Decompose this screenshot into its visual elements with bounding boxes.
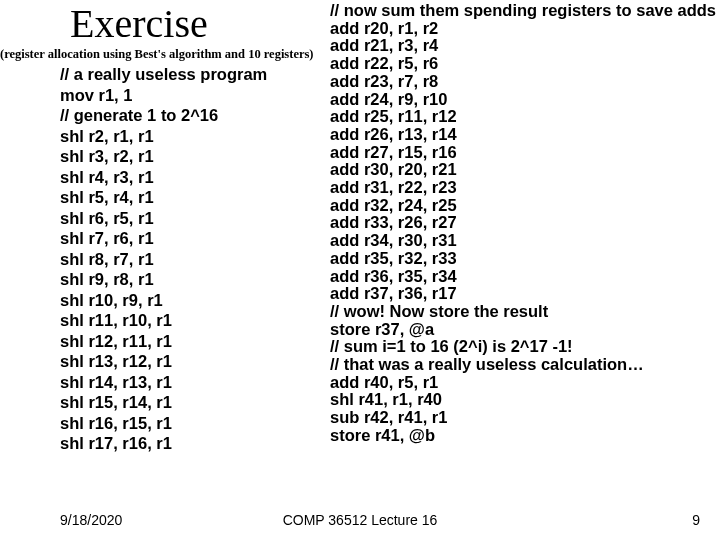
slide-title: Exercise (70, 0, 208, 47)
code-column-left: // a really useless program mov r1, 1 //… (60, 64, 267, 454)
slide: Exercise (register allocation using Best… (0, 0, 720, 540)
footer-page-number: 9 (692, 512, 700, 528)
code-column-right: // now sum them spending registers to sa… (330, 2, 716, 445)
slide-subtitle: (register allocation using Best's algori… (0, 47, 314, 62)
footer-lecture: COMP 36512 Lecture 16 (0, 512, 720, 528)
